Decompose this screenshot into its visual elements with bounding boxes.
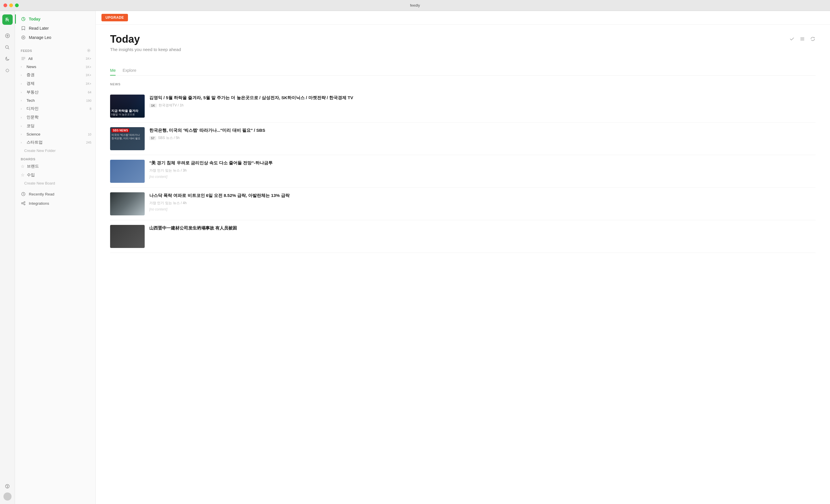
article-body: 김영익 / 5월 하락을 즐겨라, 5월 말 주가는 더 높은곳으로 / 삼성전… [149,95,816,118]
icon-rail [0,11,15,504]
search-icon[interactable] [2,42,13,53]
sidebar-item-integrations[interactable]: Integrations [15,199,95,208]
feed-item-science[interactable]: › Science 10 [15,130,95,138]
sidebar-top-nav: Today Read Later Manage Leo [15,11,95,45]
article-source: 가장 인기 있는 뉴스 / 4h [149,201,187,206]
maximize-button[interactable] [15,3,19,7]
article-title: 김영익 / 5월 하락을 즐겨라, 5월 말 주가는 더 높은곳으로 / 삼성전… [149,95,816,101]
feed-item-all[interactable]: All 1K+ [15,54,95,63]
article-item[interactable]: 나스닥 폭락 여파로 비트코인 6일 오전 8.52% 급락, 아발란체는 13… [110,188,816,220]
svg-point-6 [23,37,24,38]
minimize-button[interactable] [9,3,13,7]
feed-item-economy[interactable]: › 경제 1K+ [15,79,95,88]
close-button[interactable] [3,3,7,7]
feed-item-humanities[interactable]: › 인문학 [15,113,95,122]
article-thumbnail [110,160,145,183]
sidebar-manage-leo-label: Manage Leo [29,35,51,40]
chevron-icon: › [21,125,24,128]
article-meta: 가장 인기 있는 뉴스 / 3h [149,168,816,173]
create-folder-link[interactable]: Create New Folder [15,147,95,155]
feed-item-tech[interactable]: › Tech 190 [15,97,95,104]
app-logo[interactable] [2,14,13,25]
board-item-income[interactable]: ☆ 수입 [15,171,95,179]
refresh-icon[interactable] [810,36,816,43]
thumb-label: 지금 하락을 즐겨라 5월말 더 높은곳으로 [110,95,145,118]
sidebar: Today Read Later Manage Leo [15,11,96,504]
leo-icon [21,35,26,40]
chevron-icon: › [21,82,24,85]
feed-realestate-count: 64 [88,91,91,94]
moon-icon[interactable] [2,54,13,64]
sidebar-item-today[interactable]: Today [15,14,95,24]
news-section-label: NEWS [110,83,816,86]
feed-economy-label: 경제 [27,81,83,86]
feed-securities-label: 증권 [27,72,83,77]
chevron-icon: › [21,65,24,68]
recently-read-label: Recently Read [29,192,55,196]
article-meta: 가장 인기 있는 뉴스 / 4h [149,201,816,206]
sidebar-item-read-later[interactable]: Read Later [15,24,95,33]
chevron-icon: › [21,91,24,94]
svg-point-7 [88,50,89,51]
thumb-label [110,225,145,248]
board-item-brand[interactable]: ☆ 브랜드 [15,162,95,171]
board-income-label: 수입 [27,172,35,178]
feed-securities-count: 1K+ [86,73,91,77]
page-subtitle: The insights you need to keep ahead [110,47,181,52]
article-item[interactable]: 지금 하락을 즐겨라 5월말 더 높은곳으로 김영익 / 5월 하락을 즐겨라,… [110,90,816,123]
tab-explore[interactable]: Explore [123,66,136,75]
article-source: SBS 뉴스 / 5h [158,135,180,140]
article-item[interactable]: 山西晋中一建材公司发生坍塌事故 有人员被困 [110,220,816,253]
sidebar-item-manage-leo[interactable]: Manage Leo [15,33,95,42]
feed-design-label: 디자인 [27,106,87,111]
article-title: 한국은행, 미국의 '빅스텝' 따라가나..."미리 대비 필요" / SBS [149,127,816,133]
traffic-lights [3,3,19,7]
chevron-icon: › [21,116,24,119]
feed-news-count: 1K+ [86,65,91,69]
article-title: 山西晋中一建材公司发生坍塌事故 有人员被困 [149,225,816,231]
feed-tech-label: Tech [27,98,84,103]
list-view-icon[interactable] [799,36,805,43]
feed-item-coding[interactable]: › 코딩 [15,122,95,130]
chevron-icon: › [21,133,24,136]
article-body: "美 경기 침체 우려로 금리인상 속도 다소 줄어들 전망"-하나금투 가장 … [149,160,816,183]
article-body: 나스닥 폭락 여파로 비트코인 6일 오전 8.52% 급락, 아발란체는 13… [149,192,816,215]
feed-item-news[interactable]: › News 1K+ [15,63,95,71]
bookmark-icon [21,26,26,31]
feed-humanities-label: 인문학 [27,115,89,120]
chevron-icon: › [21,107,24,111]
article-item[interactable]: SBS NEWS 미국의 '빅스텝' 따라가나한국은행, 미리 대비 필요 한국… [110,123,816,155]
feeds-settings-icon[interactable] [87,49,91,53]
thumb-label: SBS NEWS 미국의 '빅스텝' 따라가나한국은행, 미리 대비 필요 [110,127,145,150]
sidebar-today-label: Today [29,17,40,21]
svg-point-10 [24,201,25,203]
star-outline-icon: ☆ [21,164,25,169]
sparkle-icon[interactable] [2,65,13,75]
upgrade-button[interactable]: UPGRADE [101,14,128,21]
avatar[interactable] [3,493,11,501]
content-tabs: Me Explore [110,66,816,75]
chevron-icon: › [21,99,24,102]
create-board-link[interactable]: Create New Board [15,179,95,187]
add-feed-icon[interactable] [2,31,13,41]
feed-news-label: News [27,65,83,69]
page-header: Today The insights you need to keep ahea… [110,33,181,52]
article-thumbnail: 지금 하락을 즐겨라 5월말 더 높은곳으로 [110,95,145,118]
help-icon[interactable] [2,481,13,491]
feed-item-realestate[interactable]: › 부동산 64 [15,88,95,97]
feed-item-startup[interactable]: › 스타트업 245 [15,138,95,147]
feed-tech-count: 190 [86,99,91,102]
page-header-row: Today The insights you need to keep ahea… [110,33,816,59]
today-icon [21,17,26,22]
feed-item-securities[interactable]: › 증권 1K+ [15,71,95,79]
window-title: feedly [410,3,420,7]
feed-startup-label: 스타트업 [27,140,84,145]
mark-read-icon[interactable] [789,36,795,43]
sidebar-item-recently-read[interactable]: Recently Read [15,189,95,199]
article-meta: 57 SBS 뉴스 / 5h [149,135,816,140]
feed-item-design[interactable]: › 디자인 8 [15,104,95,113]
article-item[interactable]: "美 경기 침체 우려로 금리인상 속도 다소 줄어들 전망"-하나금투 가장 … [110,155,816,188]
feed-all-count: 1K+ [86,57,91,60]
thumb-label [110,192,145,215]
tab-me[interactable]: Me [110,66,116,75]
